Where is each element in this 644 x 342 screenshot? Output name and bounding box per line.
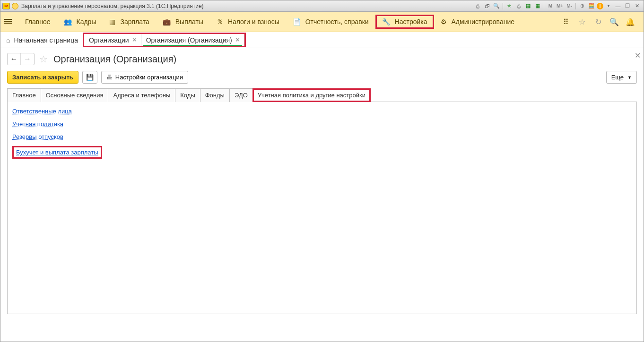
home-tab-label[interactable]: Начальная страница <box>14 36 78 44</box>
search-icon[interactable]: 🔍 <box>609 17 619 26</box>
tb-m-icon[interactable]: M <box>546 2 555 10</box>
menu-item-2[interactable]: ▦Зарплата <box>103 15 156 29</box>
menu-item-1[interactable]: 👥Кадры <box>57 15 103 29</box>
menu-toggle-icon[interactable] <box>4 18 14 26</box>
save-icon: 💾 <box>86 74 94 81</box>
tb-zoom-icon[interactable]: ⊕ <box>578 2 586 10</box>
inner-tab-5[interactable]: ЭДО <box>229 88 253 102</box>
home-icon[interactable]: ⌂ <box>6 36 10 44</box>
menu-item-3[interactable]: 💼Выплаты <box>156 15 210 29</box>
menu-item-5[interactable]: 📄Отчетность, справки <box>286 15 375 29</box>
menu-icon-4: ％ <box>217 17 223 26</box>
menu-icon-3: 💼 <box>163 18 171 26</box>
apps-grid-icon[interactable]: ⠿ <box>561 17 571 26</box>
document-tabbar: ⌂ Начальная страница Организации✕Организ… <box>0 32 644 48</box>
settings-link-1[interactable]: Учетная политика <box>12 120 63 128</box>
doc-tab-1[interactable]: Организация (Организация)✕ <box>141 34 244 46</box>
main-menu: Главное👥Кадры▦Зарплата💼Выплаты％Налоги и … <box>0 12 644 32</box>
nav-back-icon[interactable]: ← <box>8 53 21 65</box>
org-settings-label: Настройки организации <box>115 74 183 81</box>
favorites-icon[interactable]: ☆ <box>577 17 587 26</box>
more-label: Еще <box>611 74 624 81</box>
save-button[interactable]: 💾 <box>82 71 97 84</box>
tb-mplus-icon[interactable]: M+ <box>556 2 564 10</box>
menu-item-7[interactable]: ⚙Администрирование <box>434 15 522 29</box>
menu-item-0[interactable]: Главное <box>18 15 57 29</box>
menu-label-4: Налоги и взносы <box>228 18 279 26</box>
doc-tab-label: Организации <box>89 36 129 44</box>
doc-tab-close-icon[interactable]: ✕ <box>132 36 137 43</box>
doc-tab-close-icon[interactable]: ✕ <box>235 36 240 43</box>
nav-forward-icon[interactable]: → <box>21 53 34 65</box>
menu-icon-5: 📄 <box>293 18 301 26</box>
tb-calendar31-icon[interactable]: ▦ <box>533 2 542 10</box>
highlighted-tab-group: Организации✕Организация (Организация)✕ <box>83 33 246 47</box>
tb-drop-icon[interactable]: ▼ <box>604 2 613 10</box>
doc-tab-label: Организация (Организация) <box>146 36 232 44</box>
menu-label-2: Зарплата <box>120 18 149 26</box>
favorite-star-icon[interactable]: ☆ <box>39 53 49 65</box>
tb-info-icon[interactable]: i <box>597 3 603 9</box>
history-icon[interactable]: ↻ <box>593 17 603 26</box>
inner-tabs: ГлавноеОсновные сведенияАдреса и телефон… <box>7 88 637 102</box>
tb-preview-icon[interactable]: 🔍 <box>492 2 501 10</box>
inner-tab-body: Ответственные лицаУчетная политикаРезерв… <box>7 102 637 314</box>
save-and-close-button[interactable]: Записать и закрыть <box>7 71 78 84</box>
inner-tab-3[interactable]: Коды <box>175 88 200 102</box>
notifications-icon[interactable]: 🔔 <box>626 17 635 26</box>
close-page-icon[interactable]: ✕ <box>635 51 641 60</box>
settings-link-3[interactable]: Бухучет и выплата зарплаты <box>12 146 102 159</box>
menu-icon-7: ⚙ <box>441 18 447 26</box>
doc-tab-0[interactable]: Организации✕ <box>84 34 141 46</box>
menu-label-5: Отчетность, справки <box>305 18 369 26</box>
menu-label-0: Главное <box>25 18 51 26</box>
tb-calendar-icon[interactable]: ▦ <box>524 2 532 10</box>
window-minimize-icon[interactable]: — <box>614 2 622 10</box>
settings-link-0[interactable]: Ответственные лица <box>12 108 72 115</box>
nav-back-forward: ← → <box>7 53 35 65</box>
window-restore-icon[interactable]: ❐ <box>623 2 632 10</box>
menu-item-4[interactable]: ％Налоги и взносы <box>210 15 286 29</box>
menu-label-3: Выплаты <box>175 18 203 26</box>
menu-icon-6: 🔧 <box>382 18 390 26</box>
menu-label-6: Настройка <box>395 18 427 26</box>
inner-tab-6[interactable]: Учетная политика и другие настройки <box>252 88 371 102</box>
print-icon: 🖶 <box>106 74 113 81</box>
page-content: ✕ ← → ☆ Организация (Организация) Записа… <box>0 48 644 342</box>
page-toolbar: Записать и закрыть 💾 🖶Настройки организа… <box>7 71 637 84</box>
menu-icon-2: ▦ <box>109 18 115 26</box>
more-button[interactable]: Еще▼ <box>606 71 637 84</box>
window-close-icon[interactable]: ✕ <box>633 2 641 10</box>
tb-calc-icon[interactable]: 🧮 <box>587 2 596 10</box>
window-title: Зарплата и управление персоналом, редакц… <box>21 3 204 9</box>
inner-tab-4[interactable]: Фонды <box>200 88 230 102</box>
org-settings-button[interactable]: 🖶Настройки организации <box>101 71 188 84</box>
settings-link-2[interactable]: Резервы отпусков <box>12 133 63 140</box>
app-1c-icon: 1c <box>2 3 10 9</box>
menu-item-6[interactable]: 🔧Настройка <box>375 15 434 29</box>
tb-print-icon[interactable]: ⎙ <box>473 2 482 10</box>
tb-mminus-icon[interactable]: M- <box>565 2 574 10</box>
settings-link-list: Ответственные лицаУчетная политикаРезерв… <box>12 108 632 164</box>
inner-tab-0[interactable]: Главное <box>7 88 41 102</box>
tb-copy-icon[interactable]: 🗗 <box>483 2 491 10</box>
tb-print2-icon[interactable]: ⎙ <box>514 2 523 10</box>
window-titlebar: 1c Зарплата и управление персоналом, ред… <box>0 0 644 12</box>
menu-label-7: Администрирование <box>452 18 515 26</box>
inner-tab-1[interactable]: Основные сведения <box>41 88 109 102</box>
menu-icon-1: 👥 <box>64 18 72 26</box>
inner-tab-2[interactable]: Адреса и телефоны <box>108 88 175 102</box>
tb-fav-icon[interactable]: ★ <box>505 2 513 10</box>
main-menu-right: ⠿ ☆ ↻ 🔍 🔔 <box>561 17 640 26</box>
chevron-down-icon: ▼ <box>627 75 632 80</box>
menu-label-1: Кадры <box>77 18 96 26</box>
page-title: Организация (Организация) <box>53 54 176 65</box>
titlebar-dropdown-icon[interactable] <box>12 3 18 9</box>
